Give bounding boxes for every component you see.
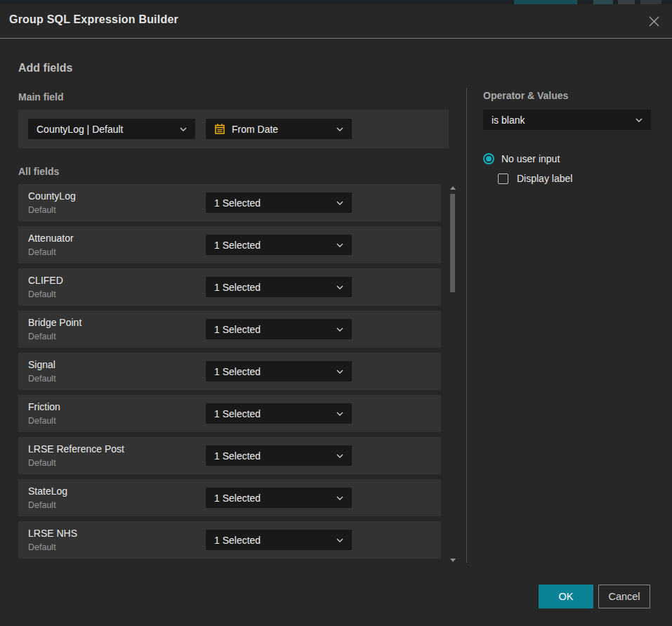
row-selected-dropdown[interactable]: 1 Selected (206, 193, 352, 213)
chevron-down-icon (336, 285, 343, 289)
field-row: Attenuator Default 1 Selected (18, 226, 441, 263)
row-selected-dropdown[interactable]: 1 Selected (206, 361, 352, 382)
chevron-down-icon (336, 243, 343, 247)
all-fields-list[interactable]: CountyLog Default 1 Selected Attenuator … (18, 184, 441, 563)
field-name: Signal (28, 359, 55, 370)
field-subtitle: Default (28, 289, 56, 299)
row-selected-dropdown[interactable]: 1 Selected (206, 530, 352, 550)
display-label-checkbox[interactable] (498, 174, 508, 184)
field-subtitle: Default (28, 416, 56, 426)
field-row: Signal Default 1 Selected (18, 353, 441, 390)
display-label-option[interactable]: Display label (498, 173, 572, 184)
close-icon[interactable] (646, 13, 661, 29)
field-row: CLIFED Default 1 Selected (18, 268, 441, 306)
group-sql-expression-builder-dialog: Group SQL Expression Builder Add fields … (0, 4, 672, 626)
chevron-down-icon (336, 538, 343, 542)
field-row: Friction Default 1 Selected (18, 395, 441, 432)
field-subtitle: Default (28, 458, 56, 468)
chevron-down-icon (336, 370, 343, 374)
operator-dropdown[interactable]: is blank (483, 110, 651, 130)
row-selected-dropdown[interactable]: 1 Selected (206, 277, 352, 297)
field-subtitle: Default (28, 332, 56, 341)
field-name: Friction (28, 401, 60, 412)
field-name: StateLog (28, 485, 67, 497)
row-selected-dropdown[interactable]: 1 Selected (206, 488, 352, 508)
field-row: CountyLog Default 1 Selected (18, 184, 441, 221)
chevron-down-icon (336, 496, 343, 500)
row-selected-dropdown-label: 1 Selected (214, 197, 331, 209)
field-row: LRSE NHS Default 1 Selected (18, 521, 441, 559)
field-row: LRSE Reference Post Default 1 Selected (18, 437, 441, 474)
chevron-down-icon (336, 454, 343, 458)
main-field-source-dropdown-label: CountyLog | Default (37, 124, 174, 135)
display-label-label: Display label (517, 173, 572, 184)
scrollbar-up-arrow-icon[interactable] (450, 186, 456, 190)
main-field-source-dropdown[interactable]: CountyLog | Default (28, 119, 195, 139)
field-name: Attenuator (28, 233, 74, 244)
row-selected-dropdown-label: 1 Selected (214, 366, 331, 377)
no-user-input-label: No user input (501, 153, 560, 164)
row-selected-dropdown-label: 1 Selected (214, 282, 331, 293)
dialog-title: Group SQL Expression Builder (9, 13, 178, 26)
operator-dropdown-label: is blank (492, 115, 630, 126)
field-name: CLIFED (28, 275, 63, 286)
main-field-panel: CountyLog | Default From Date (18, 110, 449, 148)
calendar-icon (214, 123, 225, 135)
cancel-button[interactable]: Cancel (598, 585, 650, 608)
dialog-header: Group SQL Expression Builder (0, 4, 672, 39)
list-scrollbar[interactable] (448, 184, 456, 563)
chevron-down-icon (336, 412, 343, 416)
field-subtitle: Default (28, 205, 56, 215)
operator-values-label: Operator & Values (483, 90, 568, 101)
panel-divider (466, 88, 467, 563)
row-selected-dropdown-label: 1 Selected (214, 240, 331, 251)
field-name: CountyLog (28, 190, 76, 202)
row-selected-dropdown[interactable]: 1 Selected (206, 235, 352, 255)
chevron-down-icon (180, 127, 187, 131)
row-selected-dropdown-label: 1 Selected (214, 535, 331, 546)
main-field-field-dropdown[interactable]: From Date (206, 119, 352, 139)
chevron-down-icon (336, 327, 343, 332)
all-fields-label: All fields (18, 166, 59, 177)
scrollbar-thumb[interactable] (450, 194, 455, 292)
ok-button[interactable]: OK (539, 585, 593, 608)
field-subtitle: Default (28, 247, 56, 257)
chevron-down-icon (336, 127, 343, 131)
main-field-label: Main field (18, 91, 64, 103)
field-row: Bridge Point Default 1 Selected (18, 311, 441, 348)
chevron-down-icon (336, 201, 343, 205)
row-selected-dropdown-label: 1 Selected (214, 493, 331, 504)
row-selected-dropdown[interactable]: 1 Selected (206, 403, 352, 424)
field-name: LRSE Reference Post (28, 443, 124, 455)
field-subtitle: Default (28, 374, 56, 384)
chevron-down-icon (635, 118, 643, 122)
row-selected-dropdown[interactable]: 1 Selected (206, 319, 352, 339)
field-subtitle: Default (28, 500, 56, 510)
field-name: Bridge Point (28, 317, 81, 328)
row-selected-dropdown-label: 1 Selected (214, 450, 331, 462)
row-selected-dropdown[interactable]: 1 Selected (206, 445, 352, 466)
no-user-input-radio[interactable] (483, 153, 494, 164)
field-name: LRSE NHS (28, 528, 77, 539)
screen: Group SQL Expression Builder Add fields … (0, 0, 672, 626)
scrollbar-down-arrow-icon[interactable] (450, 559, 456, 562)
add-fields-heading: Add fields (18, 62, 72, 74)
row-selected-dropdown-label: 1 Selected (214, 324, 331, 335)
row-selected-dropdown-label: 1 Selected (214, 408, 331, 419)
field-subtitle: Default (28, 542, 56, 552)
no-user-input-option[interactable]: No user input (483, 153, 560, 164)
field-row: StateLog Default 1 Selected (18, 479, 441, 516)
main-field-field-dropdown-label: From Date (232, 124, 331, 135)
